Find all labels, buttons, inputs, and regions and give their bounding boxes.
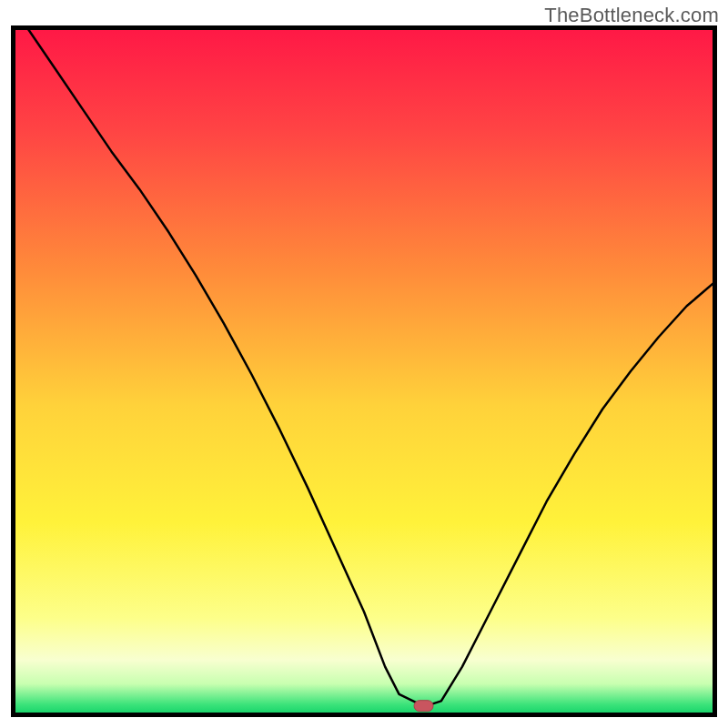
- watermark-text: TheBottleneck.com: [544, 4, 719, 27]
- chart-frame: [11, 25, 717, 717]
- bottleneck-chart: [11, 25, 717, 717]
- minimum-marker: [414, 701, 433, 712]
